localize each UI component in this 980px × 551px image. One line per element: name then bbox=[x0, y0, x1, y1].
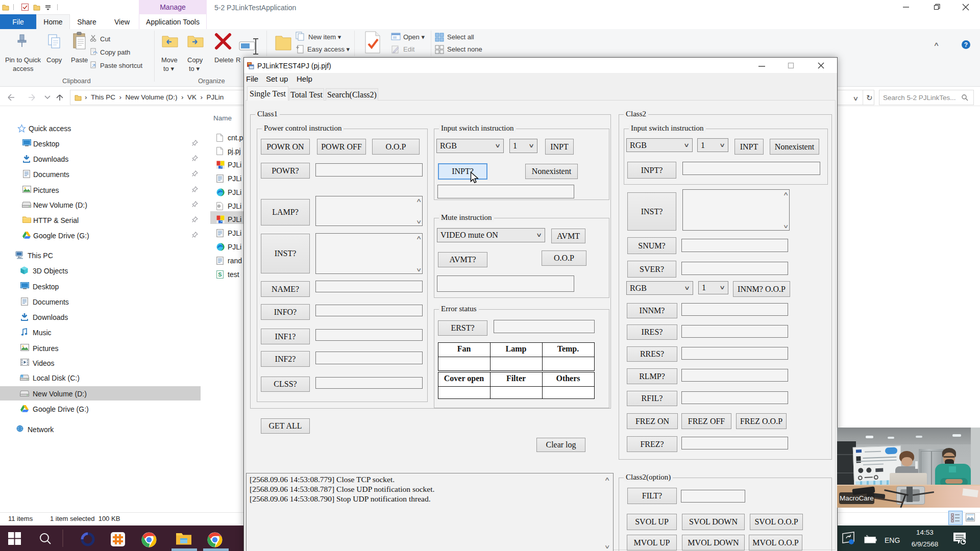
svg-text:S: S bbox=[218, 271, 222, 278]
